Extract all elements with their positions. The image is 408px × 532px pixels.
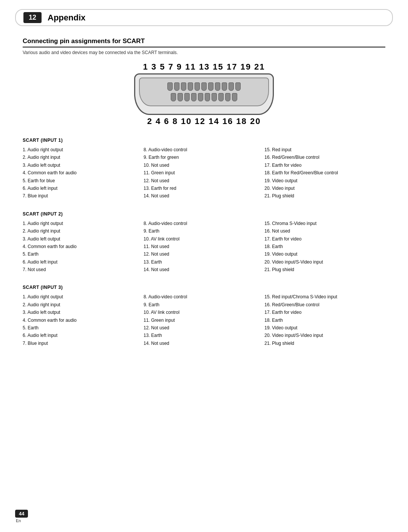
pin-item: 18. Earth bbox=[264, 316, 382, 324]
pin-item: 2. Audio right input bbox=[23, 227, 140, 235]
pin-item: 11. Not used bbox=[144, 243, 261, 250]
pin-item: 13. Earth bbox=[144, 258, 261, 266]
pin bbox=[184, 93, 190, 101]
pin-item: 20. Video input/S-Video input bbox=[264, 258, 382, 266]
page-footer: 44 En bbox=[15, 510, 28, 523]
pin-item: 7. Blue input bbox=[23, 192, 140, 200]
pin bbox=[205, 93, 210, 101]
main-content: Connecting pin assignments for SCART Var… bbox=[23, 37, 385, 347]
pin bbox=[181, 82, 186, 91]
pin-col-3-2: 8. Audio-video control9. Earth10. AV lin… bbox=[144, 293, 264, 347]
pin-item: 16. Not used bbox=[264, 227, 382, 235]
pin-numbers-bottom: 2 4 6 8 10 12 14 16 18 20 bbox=[147, 116, 261, 126]
pin-col-1-1: 1. Audio right output2. Audio right inpu… bbox=[23, 146, 144, 200]
pin-item: 12. Not used bbox=[144, 250, 261, 258]
pin-item: 5. Earth for blue bbox=[23, 177, 140, 185]
pin-item: 2. Audio right input bbox=[23, 154, 140, 161]
connector-inner bbox=[139, 78, 269, 106]
pin-item: 15. Red input bbox=[264, 146, 382, 154]
pin-item: 21. Plug shield bbox=[264, 192, 382, 200]
pin-item: 5. Earth bbox=[23, 250, 140, 258]
pin-item: 2. Audio right input bbox=[23, 301, 140, 309]
pin-item: 15. Red input/Chroma S-Video input bbox=[264, 293, 382, 301]
pin bbox=[198, 93, 203, 101]
pin bbox=[215, 82, 220, 91]
pin bbox=[171, 93, 176, 101]
pin-item: 14. Not used bbox=[144, 340, 261, 347]
pin-item: 13. Earth for red bbox=[144, 185, 261, 192]
pin-item: 20. Video input/S-Video input bbox=[264, 332, 382, 339]
pin-numbers-top: 1 3 5 7 9 11 13 15 17 19 21 bbox=[143, 62, 265, 72]
pin-row-bottom bbox=[171, 93, 237, 101]
chapter-badge: 12 bbox=[23, 12, 42, 23]
pin bbox=[195, 82, 200, 91]
pin-item: 21. Plug shield bbox=[264, 340, 382, 347]
pin-item: 10. AV link control bbox=[144, 235, 261, 243]
scart-section-title-2: SCART (INPUT 2) bbox=[23, 211, 385, 217]
pin bbox=[191, 93, 196, 101]
pin-item: 8. Audio-video control bbox=[144, 293, 261, 301]
pin-item: 4. Common earth for audio bbox=[23, 316, 140, 324]
pin-item: 18. Earth bbox=[264, 243, 382, 250]
pin-item: 10. Not used bbox=[144, 161, 261, 169]
pin-columns-3: 1. Audio right output2. Audio right inpu… bbox=[23, 293, 385, 347]
pin-item: 16. Red/Green/Blue control bbox=[264, 154, 382, 161]
pin-item: 11. Green input bbox=[144, 316, 261, 324]
pin-item: 19. Video output bbox=[264, 250, 382, 258]
pin bbox=[208, 82, 213, 91]
pin-item: 5. Earth bbox=[23, 324, 140, 332]
scart-section-1: SCART (INPUT 1)1. Audio right output2. A… bbox=[23, 138, 385, 200]
pin bbox=[167, 82, 173, 91]
page-lang: En bbox=[16, 518, 21, 523]
pin-item: 12. Not used bbox=[144, 177, 261, 185]
pin bbox=[232, 93, 237, 101]
pin-row-top bbox=[167, 82, 241, 91]
pin bbox=[225, 93, 230, 101]
pin bbox=[235, 82, 241, 91]
pin-item: 11. Green input bbox=[144, 169, 261, 177]
scart-section-2: SCART (INPUT 2)1. Audio right output2. A… bbox=[23, 211, 385, 274]
pin-item: 17. Earth for video bbox=[264, 235, 382, 243]
page-title: Appendix bbox=[48, 13, 85, 23]
connector-outer bbox=[134, 73, 274, 115]
pin-item: 8. Audio-video control bbox=[144, 220, 261, 227]
scart-section-title-3: SCART (INPUT 3) bbox=[23, 285, 385, 290]
pin-item: 17. Earth for video bbox=[264, 161, 382, 169]
pin bbox=[188, 82, 193, 91]
pin-col-1-3: 15. Red input16. Red/Green/Blue control1… bbox=[264, 146, 385, 200]
pin-item: 17. Earth for video bbox=[264, 309, 382, 316]
pin-item: 16. Red/Green/Blue control bbox=[264, 301, 382, 309]
pin-item: 14. Not used bbox=[144, 192, 261, 200]
scart-sections-container: SCART (INPUT 1)1. Audio right output2. A… bbox=[23, 138, 385, 347]
pin-columns-2: 1. Audio right output2. Audio right inpu… bbox=[23, 220, 385, 274]
pin-col-2-1: 1. Audio right output2. Audio right inpu… bbox=[23, 220, 144, 274]
pin-item: 4. Common earth for audio bbox=[23, 169, 140, 177]
section-heading: Connecting pin assignments for SCART bbox=[23, 37, 385, 48]
pin bbox=[212, 93, 217, 101]
pin-item: 20. Video input bbox=[264, 185, 382, 192]
pin-item: 8. Audio-video control bbox=[144, 146, 261, 154]
pin-item: 3. Audio left output bbox=[23, 161, 140, 169]
pin-col-1-2: 8. Audio-video control9. Earth for green… bbox=[144, 146, 264, 200]
pin-item: 9. Earth for green bbox=[144, 154, 261, 161]
pin-item: 9. Earth bbox=[144, 227, 261, 235]
pin-col-2-3: 15. Chroma S-Video input16. Not used17. … bbox=[264, 220, 385, 274]
pin bbox=[229, 82, 234, 91]
pin-col-2-2: 8. Audio-video control9. Earth10. AV lin… bbox=[144, 220, 264, 274]
pin-item: 3. Audio left output bbox=[23, 235, 140, 243]
pin bbox=[178, 93, 183, 101]
pin-item: 15. Chroma S-Video input bbox=[264, 220, 382, 227]
pin-item: 6. Audio left input bbox=[23, 332, 140, 339]
pin bbox=[218, 93, 224, 101]
pin bbox=[201, 82, 207, 91]
scart-diagram: 1 3 5 7 9 11 13 15 17 19 21 bbox=[23, 62, 385, 126]
scart-section-title-1: SCART (INPUT 1) bbox=[23, 138, 385, 143]
pin bbox=[222, 82, 227, 91]
section-subtitle: Various audio and video devices may be c… bbox=[23, 50, 385, 55]
pin-item: 6. Audio left input bbox=[23, 258, 140, 266]
pin-item: 1. Audio right output bbox=[23, 220, 140, 227]
pin-col-3-1: 1. Audio right output2. Audio right inpu… bbox=[23, 293, 144, 347]
pin-item: 13. Earth bbox=[144, 332, 261, 339]
scart-section-3: SCART (INPUT 3)1. Audio right output2. A… bbox=[23, 285, 385, 347]
pin-item: 6. Audio left input bbox=[23, 185, 140, 192]
